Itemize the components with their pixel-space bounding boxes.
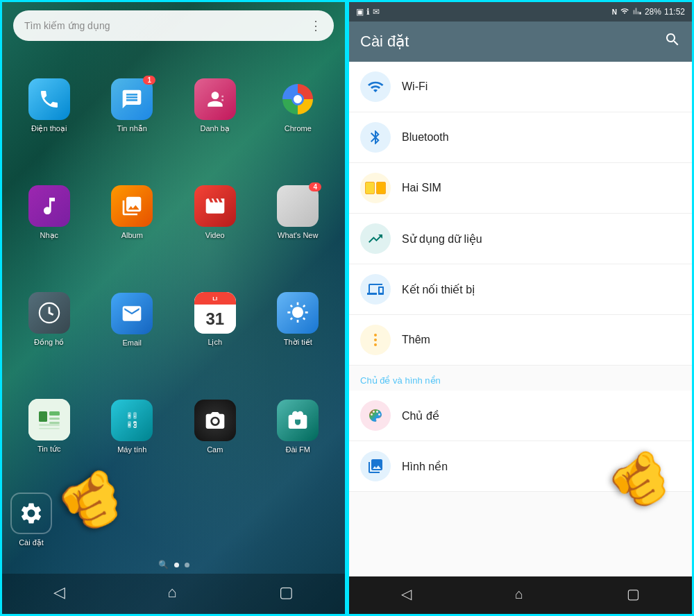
settings-wallpaper[interactable]: Hình nền [349, 441, 692, 492]
app-radio[interactable]: Đài FM [257, 373, 340, 480]
app-email[interactable]: Email [91, 266, 174, 373]
whatsnew-label: What's New [278, 231, 318, 239]
app-weather[interactable]: Thời tiết [257, 266, 340, 373]
settings-search-icon[interactable] [664, 31, 681, 52]
app-clock[interactable]: Đồng hồ [8, 266, 91, 373]
chrome-label: Chrome [285, 124, 312, 132]
clock-label: Đồng hồ [34, 338, 64, 347]
svg-rect-2 [49, 411, 60, 416]
theme-icon [360, 400, 391, 431]
camera-label: Cam [207, 445, 223, 454]
svg-rect-4 [49, 422, 60, 424]
connect-icon [360, 274, 391, 305]
whatsnew-icon [277, 185, 319, 227]
svg-rect-5 [39, 424, 60, 426]
svg-rect-1 [39, 411, 47, 422]
contacts-label: Danh bạ [201, 124, 230, 133]
settings-connect[interactable]: Kết nối thiết bị [349, 264, 692, 315]
calendar-icon: LI 31 [194, 292, 236, 334]
section-header-personalization: Chủ đề và hình nền [349, 366, 692, 391]
left-panel: Tìm kiếm ứng dụng ⋮ Điện thoại [0, 0, 347, 616]
dot-2 [185, 563, 189, 567]
weather-label: Thời tiết [284, 338, 312, 347]
notification-icon-1: ▣ [356, 7, 364, 17]
right-home-button[interactable]: ⌂ [501, 583, 537, 605]
settings-bluetooth[interactable]: Bluetooth [349, 112, 692, 163]
app-calendar[interactable]: LI 31 Lịch [174, 266, 257, 373]
home-button[interactable]: ⌂ [153, 581, 190, 604]
settings-label: Cài đặt [19, 538, 44, 547]
svg-point-7 [374, 334, 377, 336]
chrome-icon [277, 78, 319, 120]
video-label: Video [205, 231, 225, 239]
right-panel: ▣ ℹ ✉ N 28% 11:52 Cài đặt Wi [347, 0, 694, 616]
app-music[interactable]: Nhạc [8, 159, 91, 266]
connect-label: Kết nối thiết bị [402, 283, 475, 296]
app-sms[interactable]: 1 Tin nhắn [91, 52, 174, 159]
app-phone[interactable]: Điện thoại [8, 52, 91, 159]
back-button[interactable]: ◁ [40, 581, 79, 604]
settings-more[interactable]: Thêm [349, 315, 692, 366]
battery-percent: 28% [645, 7, 661, 17]
news-icon [28, 399, 70, 440]
right-back-button[interactable]: ◁ [387, 583, 425, 605]
album-icon [111, 185, 153, 227]
clock-status: 11:52 [664, 7, 685, 17]
settings-data[interactable]: Sử dụng dữ liệu [349, 214, 692, 264]
more-label: Thêm [402, 334, 430, 346]
left-content: Tìm kiếm ứng dụng ⋮ Điện thoại [2, 2, 345, 614]
app-contacts[interactable]: Danh bạ [174, 52, 257, 159]
status-bar: ▣ ℹ ✉ N 28% 11:52 [349, 2, 692, 22]
contacts-icon [194, 78, 236, 120]
theme-label: Chủ đề [402, 409, 439, 422]
email-icon [111, 293, 153, 334]
app-news[interactable]: Tin tức [8, 373, 91, 480]
email-label: Email [122, 339, 142, 347]
app-camera[interactable]: Cam [174, 373, 257, 480]
sms-icon [111, 78, 153, 120]
sim-label: Hai SIM [402, 182, 441, 194]
app-whatsnew[interactable]: 4 What's New [257, 159, 340, 266]
music-label: Nhạc [40, 231, 58, 240]
clock-icon [28, 292, 70, 334]
calc-icon: + - × C [111, 400, 153, 441]
app-settings[interactable]: Cài đặt [8, 486, 55, 554]
notification-icon-3: ✉ [373, 7, 380, 17]
app-grid: Điện thoại 1 Tin nhắn Da [2, 46, 345, 486]
app-video[interactable]: Video [174, 159, 257, 266]
svg-rect-3 [49, 418, 60, 420]
wallpaper-icon [360, 451, 391, 481]
phone-icon [28, 78, 70, 120]
more-icon[interactable]: ⋮ [310, 18, 323, 33]
radio-icon [277, 400, 319, 441]
settings-wifi[interactable]: Wi-Fi [349, 62, 692, 112]
notification-icon-2: ℹ [366, 7, 370, 17]
status-icons-left: ▣ ℹ ✉ [356, 7, 380, 17]
sim-icon [360, 173, 391, 203]
camera-icon [194, 400, 236, 441]
left-nav-bar: ◁ ⌂ ▢ [2, 574, 345, 614]
page-indicator: 🔍 [2, 554, 345, 574]
search-placeholder: Tìm kiếm ứng dụng [24, 20, 110, 31]
bluetooth-label: Bluetooth [402, 131, 449, 144]
search-bar[interactable]: Tìm kiếm ứng dụng ⋮ [13, 10, 334, 41]
settings-theme[interactable]: Chủ đề [349, 391, 692, 441]
nfc-icon: N [612, 8, 617, 16]
wifi-status-icon [620, 7, 629, 17]
settings-list: Wi-Fi Bluetooth Hai SIM Sử dụng dữ [349, 62, 692, 576]
recent-button[interactable]: ▢ [265, 581, 307, 604]
settings-sim[interactable]: Hai SIM [349, 163, 692, 214]
app-calc[interactable]: + - × C Máy tính [91, 373, 174, 480]
svg-point-8 [374, 339, 377, 341]
radio-label: Đài FM [286, 445, 310, 454]
app-album[interactable]: Album [91, 159, 174, 266]
right-recent-button[interactable]: ▢ [613, 583, 654, 605]
wallpaper-label: Hình nền [402, 460, 448, 473]
section-header-text: Chủ đề và hình nền [360, 375, 441, 386]
sms-label: Tin nhắn [117, 124, 147, 133]
calc-label: Máy tính [117, 445, 146, 454]
settings-header: Cài đặt [349, 22, 692, 62]
settings-icon [10, 493, 52, 534]
bluetooth-icon [360, 122, 391, 153]
app-chrome[interactable]: Chrome [257, 52, 340, 159]
